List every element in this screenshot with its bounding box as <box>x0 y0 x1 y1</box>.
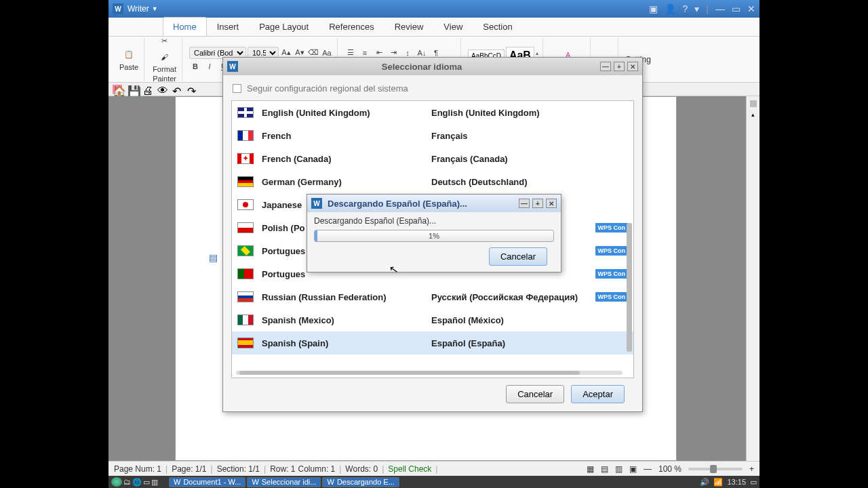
app-menu-chevron[interactable]: ▼ <box>152 5 158 12</box>
cut-icon[interactable]: ✂ <box>159 37 170 47</box>
flag-icon <box>237 107 254 118</box>
save-icon[interactable]: 💾 <box>127 85 137 94</box>
language-dialog-titlebar[interactable]: W Seleccionar idioma — + ✕ <box>223 58 642 75</box>
vertical-scrollbar-thumb[interactable] <box>627 223 632 352</box>
tab-review[interactable]: Review <box>384 17 434 36</box>
language-row[interactable]: Spanish (Mexico)Español (México) <box>232 308 633 331</box>
download-message: Descargando Español (España)... <box>314 216 554 226</box>
language-native-name: Español (España) <box>431 338 628 348</box>
language-row[interactable]: French (Canada)Français (Canada) <box>232 147 633 170</box>
app-title: Writer <box>127 4 149 14</box>
language-native-name: Français (Canada) <box>431 154 628 164</box>
vertical-scrollbar[interactable]: ▴ <box>746 96 760 461</box>
tab-page-layout[interactable]: Page Layout <box>249 17 319 36</box>
windows-icon[interactable]: ▥ <box>151 478 158 487</box>
taskbar-download-dialog[interactable]: WDescargando E... <box>322 477 399 487</box>
network-icon[interactable]: 📶 <box>713 478 723 487</box>
language-row[interactable]: FrenchFrançais <box>232 124 633 147</box>
zoom-value[interactable]: 100 % <box>658 464 682 474</box>
status-words: Words: 0 <box>345 464 378 474</box>
desktop-icon[interactable]: ▭ <box>143 478 150 487</box>
status-bar: Page Num: 1| Page: 1/1| Section: 1/1| Ro… <box>108 461 760 476</box>
tab-home[interactable]: Home <box>163 17 207 36</box>
download-dialog: W Descargando Español (España)... — + ✕ … <box>307 194 561 272</box>
follow-system-checkbox[interactable]: Seguir configuración regional del sistem… <box>233 83 633 94</box>
flag-icon <box>237 314 254 325</box>
view-print-icon[interactable]: ▦ <box>587 464 594 474</box>
view-web-icon[interactable]: ▥ <box>615 464 623 474</box>
redo-icon[interactable]: ↷ <box>187 85 197 94</box>
restore-button[interactable]: ▭ <box>732 3 741 14</box>
lang-min-button[interactable]: — <box>600 62 611 71</box>
language-english-name: Spanish (Mexico) <box>262 315 431 325</box>
tab-section[interactable]: Section <box>473 17 522 36</box>
nav-doc-icon[interactable]: ▤ <box>209 252 218 263</box>
clipboard-icon: 📋 <box>122 48 136 62</box>
files-icon[interactable]: 🗂 <box>123 478 131 486</box>
undo-icon[interactable]: ↶ <box>172 85 182 94</box>
wps-icon: W <box>311 198 322 209</box>
task-pane-toggle[interactable] <box>750 100 757 107</box>
more-chevron-icon[interactable]: ▾ <box>694 3 699 14</box>
wps-connect-badge: WPS Con <box>595 292 629 302</box>
start-menu-button[interactable] <box>111 477 122 487</box>
zoom-out-button[interactable]: — <box>644 464 652 474</box>
dl-min-button[interactable]: — <box>519 199 530 208</box>
browser-icon[interactable]: 🌐 <box>132 478 142 487</box>
status-column: Column: 1 <box>298 464 336 474</box>
status-spellcheck[interactable]: Spell Check <box>388 464 431 474</box>
status-page: Page: 1/1 <box>172 464 206 474</box>
lang-max-button[interactable]: + <box>614 62 625 71</box>
download-cancel-button[interactable]: Cancelar <box>489 247 547 266</box>
scroll-up-icon[interactable]: ▴ <box>751 111 755 118</box>
taskbar-language-dialog[interactable]: WSeleccionar idi... <box>247 477 321 487</box>
app-titlebar: W Writer ▼ ▣ 👤 ? ▾ | — ▭ ✕ <box>108 0 760 18</box>
preview-icon[interactable]: 👁 <box>157 85 167 94</box>
show-desktop-icon[interactable]: ▭ <box>750 478 757 487</box>
format-painter-button[interactable]: 🖌 Format Painter <box>151 49 178 83</box>
language-native-name: Français <box>431 131 628 141</box>
tab-references[interactable]: References <box>319 17 384 36</box>
os-taskbar: 🗂 🌐 ▭ ▥ WDocument1 - W... WSeleccionar i… <box>108 476 760 488</box>
zoom-slider[interactable] <box>688 468 743 470</box>
wps-connect-badge: WPS Con <box>595 269 629 279</box>
progress-percent: 1% <box>429 232 439 240</box>
help-icon[interactable]: ? <box>683 3 688 14</box>
dl-close-button[interactable]: ✕ <box>546 199 557 208</box>
language-native-name: Русский (Российская Федерация) <box>431 292 595 302</box>
language-english-name: French <box>262 131 431 141</box>
view-outline-icon[interactable]: ▤ <box>601 464 608 474</box>
ribbon-tabs: Home Insert Page Layout References Revie… <box>108 18 760 37</box>
view-reading-icon[interactable]: ▣ <box>629 464 637 474</box>
print-icon[interactable]: 🖨 <box>142 85 152 94</box>
clock[interactable]: 13:15 <box>727 478 746 486</box>
tab-view[interactable]: View <box>433 17 473 36</box>
wps-connect-badge: WPS Con <box>595 223 629 232</box>
language-english-name: German (Germany) <box>262 177 431 187</box>
language-row[interactable]: German (Germany)Deutsch (Deutschland) <box>232 170 633 193</box>
language-english-name: Spanish (Spain) <box>262 338 431 348</box>
italic-icon[interactable]: I <box>204 61 215 72</box>
accept-button[interactable]: Aceptar <box>571 385 625 403</box>
bold-icon[interactable]: B <box>190 61 201 72</box>
taskbar-document[interactable]: WDocument1 - W... <box>169 477 245 487</box>
paste-button[interactable]: 📋 Paste <box>118 47 140 73</box>
language-row[interactable]: English (United Kingdom)English (United … <box>232 101 633 124</box>
lang-close-button[interactable]: ✕ <box>627 62 638 71</box>
volume-icon[interactable]: 🔊 <box>700 478 709 487</box>
styles-up-icon[interactable]: ▴ <box>536 50 538 56</box>
cancel-button[interactable]: Cancelar <box>506 385 564 403</box>
home-icon[interactable]: 🏠 <box>113 85 122 94</box>
download-dialog-titlebar[interactable]: W Descargando Español (España)... — + ✕ <box>307 195 561 212</box>
skin-icon[interactable]: ▣ <box>649 3 658 14</box>
language-row[interactable]: Russian (Russian Federation)Русский (Рос… <box>232 285 633 308</box>
minimize-button[interactable]: — <box>715 3 725 14</box>
zoom-in-button[interactable]: + <box>749 464 754 474</box>
tab-insert[interactable]: Insert <box>207 17 250 36</box>
close-button[interactable]: ✕ <box>747 3 755 14</box>
horizontal-scrollbar-thumb[interactable] <box>239 371 580 375</box>
status-page-num: Page Num: 1 <box>114 464 161 474</box>
language-row[interactable]: Spanish (Spain)Español (España) <box>232 331 633 354</box>
signin-icon[interactable]: 👤 <box>665 3 676 14</box>
dl-max-button[interactable]: + <box>532 199 543 208</box>
